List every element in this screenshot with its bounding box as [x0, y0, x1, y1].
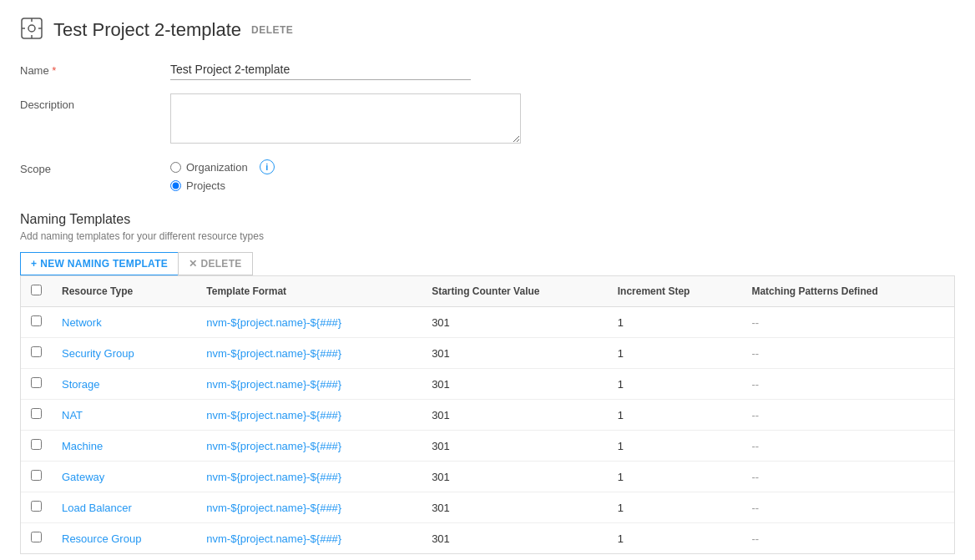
table-row: Resource Group nvm-${project.name}-${###…	[21, 523, 954, 554]
plus-icon: +	[31, 258, 37, 270]
row-increment-step: 1	[608, 492, 742, 523]
template-format-value-3: nvm-${project.name}-${###}	[206, 409, 341, 421]
row-patterns: --	[741, 492, 954, 523]
row-template-format: nvm-${project.name}-${###}	[196, 307, 422, 338]
table-header-row: Resource Type Template Format Starting C…	[21, 276, 954, 307]
row-checkbox-4[interactable]	[31, 439, 42, 450]
row-resource-type: Security Group	[52, 338, 196, 369]
row-resource-type: Network	[52, 307, 196, 338]
scope-options: Organization i Projects	[170, 159, 955, 192]
row-checkbox-0[interactable]	[31, 315, 42, 326]
row-checkbox-6[interactable]	[31, 501, 42, 512]
row-patterns: --	[741, 307, 954, 338]
row-starting-counter: 301	[422, 523, 608, 554]
scope-radio-organization[interactable]	[170, 162, 181, 173]
row-checkbox-cell	[21, 400, 52, 431]
description-control	[170, 93, 955, 146]
row-checkbox-3[interactable]	[31, 408, 42, 419]
row-template-format: nvm-${project.name}-${###}	[196, 492, 422, 523]
resource-type-link-7[interactable]: Resource Group	[62, 532, 141, 545]
row-checkbox-cell	[21, 462, 52, 492]
row-checkbox-2[interactable]	[31, 377, 42, 388]
row-checkbox-1[interactable]	[31, 346, 42, 357]
info-icon[interactable]: i	[260, 159, 275, 174]
row-increment-step: 1	[608, 431, 742, 462]
row-resource-type: Machine	[52, 431, 196, 462]
page-title-row: Test Project 2-template DELETE	[20, 17, 955, 43]
row-template-format: nvm-${project.name}-${###}	[196, 431, 422, 462]
row-patterns: --	[741, 462, 954, 492]
template-format-value-2: nvm-${project.name}-${###}	[206, 378, 341, 391]
section-subtitle: Add naming templates for your different …	[20, 230, 955, 242]
row-starting-counter: 301	[422, 462, 608, 492]
new-naming-template-label: NEW NAMING TEMPLATE	[40, 258, 168, 270]
description-row: Description	[20, 93, 955, 146]
page-container: Test Project 2-template DELETE Name Desc…	[0, 0, 975, 560]
name-control	[170, 59, 955, 80]
template-format-value-0: nvm-${project.name}-${###}	[206, 316, 341, 329]
row-patterns: --	[741, 431, 954, 462]
col-patterns: Matching Patterns Defined	[741, 276, 954, 307]
row-starting-counter: 301	[422, 338, 608, 369]
header-delete-button[interactable]: DELETE	[251, 24, 293, 36]
name-input[interactable]	[170, 59, 471, 80]
row-increment-step: 1	[608, 307, 742, 338]
resource-type-link-2[interactable]: Storage	[62, 378, 100, 391]
new-naming-template-button[interactable]: + NEW NAMING TEMPLATE	[20, 252, 179, 275]
template-format-value-4: nvm-${project.name}-${###}	[206, 440, 341, 452]
row-template-format: nvm-${project.name}-${###}	[196, 523, 422, 554]
resource-type-link-4[interactable]: Machine	[62, 440, 103, 452]
template-format-value-7: nvm-${project.name}-${###}	[206, 532, 341, 545]
row-checkbox-5[interactable]	[31, 470, 42, 481]
table-row: NAT nvm-${project.name}-${###} 301 1 --	[21, 400, 954, 431]
row-resource-type: Load Balancer	[52, 492, 196, 523]
row-starting-counter: 301	[422, 307, 608, 338]
select-all-col	[21, 276, 52, 307]
row-increment-step: 1	[608, 400, 742, 431]
row-starting-counter: 301	[422, 492, 608, 523]
table-row: Load Balancer nvm-${project.name}-${###}…	[21, 492, 954, 523]
select-all-checkbox[interactable]	[31, 285, 42, 295]
delete-label: DELETE	[200, 258, 241, 270]
row-checkbox-cell	[21, 523, 52, 554]
name-row: Name	[20, 59, 955, 80]
delete-button[interactable]: ✕ DELETE	[178, 252, 252, 275]
resource-type-link-0[interactable]: Network	[62, 316, 102, 329]
row-checkbox-cell	[21, 431, 52, 462]
scope-radio-projects[interactable]	[170, 180, 181, 191]
row-template-format: nvm-${project.name}-${###}	[196, 369, 422, 400]
row-resource-type: NAT	[52, 400, 196, 431]
naming-templates-table-wrap: Resource Type Template Format Starting C…	[20, 275, 955, 554]
row-checkbox-cell	[21, 338, 52, 369]
name-label: Name	[20, 59, 170, 77]
row-template-format: nvm-${project.name}-${###}	[196, 338, 422, 369]
row-increment-step: 1	[608, 338, 742, 369]
table-row: Gateway nvm-${project.name}-${###} 301 1…	[21, 462, 954, 492]
col-template-format: Template Format	[196, 276, 422, 307]
col-resource-type: Resource Type	[52, 276, 196, 307]
template-format-value-5: nvm-${project.name}-${###}	[206, 471, 341, 483]
resource-type-link-3[interactable]: NAT	[62, 409, 83, 421]
table-body: Network nvm-${project.name}-${###} 301 1…	[21, 307, 954, 554]
scope-row: Scope Organization i Projects	[20, 159, 955, 192]
row-increment-step: 1	[608, 523, 742, 554]
row-checkbox-cell	[21, 369, 52, 400]
section-title: Naming Templates	[20, 212, 955, 227]
template-format-value-6: nvm-${project.name}-${###}	[206, 502, 341, 514]
template-format-value-1: nvm-${project.name}-${###}	[206, 347, 341, 360]
resource-type-link-5[interactable]: Gateway	[62, 471, 104, 483]
row-checkbox-7[interactable]	[31, 532, 42, 542]
resource-type-link-1[interactable]: Security Group	[62, 347, 134, 360]
scope-option-projects-label: Projects	[186, 179, 225, 192]
naming-templates-table: Resource Type Template Format Starting C…	[21, 276, 954, 553]
row-patterns: --	[741, 369, 954, 400]
row-starting-counter: 301	[422, 369, 608, 400]
toolbar: + NEW NAMING TEMPLATE ✕ DELETE	[20, 252, 955, 275]
page-title: Test Project 2-template	[53, 19, 241, 41]
resource-type-link-6[interactable]: Load Balancer	[62, 502, 132, 514]
row-checkbox-cell	[21, 492, 52, 523]
row-patterns: --	[741, 400, 954, 431]
scope-option-organization-label: Organization	[186, 161, 248, 174]
row-checkbox-cell	[21, 307, 52, 338]
description-textarea[interactable]	[170, 93, 521, 144]
